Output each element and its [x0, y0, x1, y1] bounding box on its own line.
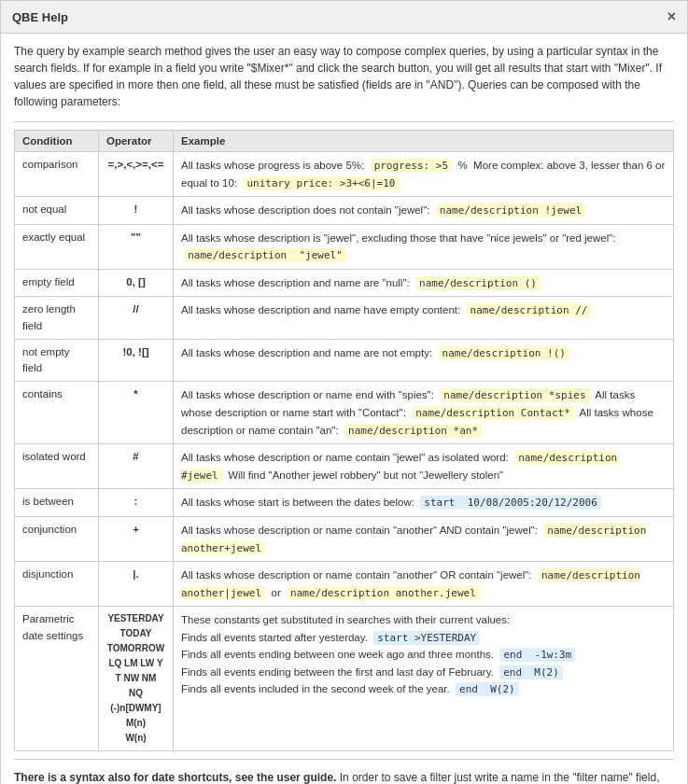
- table-row: conjunction + All tasks whose descriptio…: [15, 516, 674, 561]
- col-operator: Operator: [99, 131, 174, 152]
- operator-zero-length: //: [99, 297, 174, 340]
- example-not-empty: All tasks whose description and name are…: [174, 339, 674, 382]
- condition-parametric-date: Parametric date settings: [15, 607, 99, 751]
- example-not-equal: All tasks whose description does not con…: [174, 197, 674, 225]
- qbe-help-dialog: QBE Help × The query by example search m…: [0, 0, 688, 784]
- code-highlight: name/description Contact*: [412, 406, 574, 420]
- footer-divider: [14, 759, 674, 760]
- condition-comparison: comparison: [15, 152, 99, 197]
- code-highlight: name/description "jewel": [184, 248, 346, 262]
- table-row: empty field 0, [] All tasks whose descri…: [15, 269, 674, 297]
- example-disjunction: All tasks whose description or name cont…: [174, 562, 674, 607]
- code-highlight: name/description *spies: [440, 388, 589, 402]
- operator-disjunction: |.: [99, 562, 174, 607]
- footer-text: There is a syntax also for date shortcut…: [14, 769, 674, 784]
- code-highlight: progress: >5: [371, 159, 452, 173]
- table-row: exactly equal "" All tasks whose descrip…: [15, 224, 674, 269]
- table-row: is between : All tasks whose start is be…: [15, 489, 674, 517]
- example-empty-field: All tasks whose description and name are…: [174, 269, 674, 297]
- operator-is-between: :: [99, 489, 174, 517]
- operator-exactly-equal: "": [99, 224, 174, 269]
- table-header-row: Condition Operator Example: [15, 131, 674, 152]
- code-highlight-blue: end -1w:3m: [499, 648, 575, 662]
- operator-not-equal: !: [99, 197, 174, 225]
- table-row: contains * All tasks whose description o…: [15, 382, 674, 444]
- example-parametric-date: These constants get substituted in searc…: [174, 607, 674, 751]
- code-highlight: unitary price: >3+<6|=10: [244, 176, 400, 190]
- table-row: zero length field // All tasks whose des…: [15, 297, 674, 340]
- table-row: not empty field !0, ![] All tasks whose …: [15, 339, 674, 382]
- condition-zero-length: zero length field: [15, 297, 99, 340]
- condition-contains: contains: [15, 382, 99, 444]
- intro-text: The query by example search method gives…: [14, 43, 674, 110]
- operator-not-empty: !0, ![]: [99, 339, 174, 382]
- footer-bold: There is a syntax also for date shortcut…: [14, 771, 336, 784]
- condition-conjunction: conjunction: [15, 516, 99, 561]
- code-highlight: name/description #jewel: [181, 451, 617, 483]
- code-highlight: name/description (): [415, 276, 541, 290]
- example-exactly-equal: All tasks whose description is "jewel", …: [174, 224, 674, 269]
- code-highlight-blue: end M(2): [499, 665, 563, 679]
- condition-not-equal: not equal: [15, 197, 99, 225]
- dialog-header: QBE Help ×: [1, 1, 687, 34]
- table-row: Parametric date settings YESTERDAYTODAYT…: [15, 607, 674, 751]
- footer-paragraph-1: There is a syntax also for date shortcut…: [14, 769, 674, 784]
- code-highlight: name/description another+jewel: [181, 524, 646, 555]
- operator-contains: *: [99, 382, 174, 444]
- condition-empty-field: empty field: [15, 269, 99, 297]
- code-highlight-blue: start 10/08/2005:20/12/2006: [420, 496, 600, 510]
- condition-is-between: is between: [15, 489, 99, 517]
- dialog-body: The query by example search method gives…: [1, 34, 687, 784]
- example-is-between: All tasks whose start is between the dat…: [174, 489, 674, 517]
- operator-empty-field: 0, []: [99, 269, 174, 297]
- condition-disjunction: disjunction: [15, 562, 99, 607]
- close-button[interactable]: ×: [667, 8, 676, 25]
- code-highlight: name/description //: [467, 303, 592, 317]
- table-row: not equal ! All tasks whose description …: [15, 197, 674, 225]
- table-row: isolated word # All tasks whose descript…: [15, 444, 674, 489]
- example-zero-length: All tasks whose description and name hav…: [174, 297, 674, 340]
- code-highlight: name/description !(): [439, 346, 569, 360]
- condition-isolated-word: isolated word: [15, 444, 99, 489]
- condition-not-empty: not empty field: [15, 339, 99, 382]
- operator-comparison: =,>,<,>=,<=: [99, 152, 174, 197]
- condition-exactly-equal: exactly equal: [15, 224, 99, 269]
- divider: [14, 121, 674, 122]
- operator-parametric-date: YESTERDAYTODAYTOMORROWLQ LM LW YT NW NMN…: [99, 607, 174, 751]
- table-row: comparison =,>,<,>=,<= All tasks whose p…: [15, 152, 674, 197]
- qbe-table: Condition Operator Example comparison =,…: [14, 130, 674, 751]
- example-isolated-word: All tasks whose description or name cont…: [174, 444, 674, 489]
- code-highlight-blue: end W(2): [456, 682, 519, 696]
- operator-isolated-word: #: [99, 444, 174, 489]
- operator-conjunction: +: [99, 516, 174, 561]
- col-condition: Condition: [15, 131, 99, 152]
- code-highlight-blue: start >YESTERDAY: [373, 631, 480, 645]
- code-highlight: name/description !jewel: [436, 203, 585, 217]
- code-highlight: name/description *an*: [344, 424, 482, 438]
- dialog-title: QBE Help: [12, 10, 68, 24]
- example-comparison: All tasks whose progress is above 5%: pr…: [174, 152, 674, 197]
- code-highlight: name/description another.jewel: [287, 586, 480, 600]
- example-conjunction: All tasks whose description or name cont…: [174, 516, 674, 561]
- table-row: disjunction |. All tasks whose descripti…: [15, 562, 674, 607]
- col-example: Example: [174, 131, 674, 152]
- example-contains: All tasks whose description or name end …: [174, 382, 674, 444]
